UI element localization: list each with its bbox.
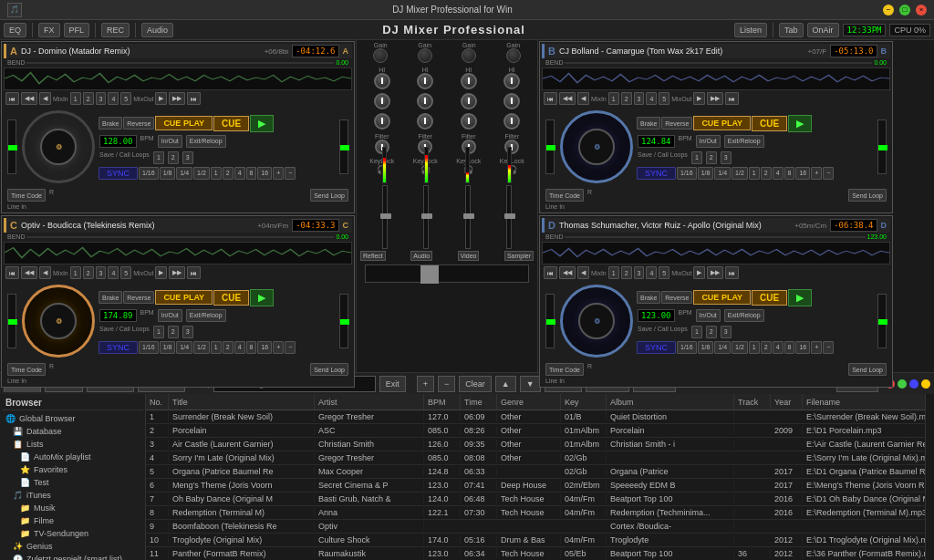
deck-b-prev[interactable]: ◀◀	[559, 92, 576, 105]
deck-a-play[interactable]: ▶	[250, 115, 274, 132]
deck-b-16[interactable]: 16	[795, 167, 810, 180]
deck-c-2[interactable]: 2	[83, 266, 94, 279]
deck-b-2[interactable]: 2	[621, 92, 632, 105]
deck-d-2[interactable]: 2	[761, 341, 772, 354]
table-row[interactable]: 9 Boomfaboon (Telekinesis Re Optiv Corte…	[146, 520, 925, 534]
deck-b-1[interactable]: 1	[749, 167, 760, 180]
table-row[interactable]: 2 Porcelain ASC 085.0 08:26 Other 01mAlb…	[146, 424, 925, 438]
deck-d-loop-plus[interactable]: +	[811, 341, 822, 354]
deck-c-1[interactable]: 1	[70, 266, 81, 279]
deck-c-send-loop[interactable]: Send Loop	[310, 363, 348, 376]
deck-d-loop-1[interactable]: 1	[691, 326, 702, 338]
deck-a-2[interactable]: 2	[83, 92, 94, 105]
exit-btn[interactable]: Exit	[379, 376, 406, 392]
gain-knob-a[interactable]	[373, 48, 388, 63]
header-year[interactable]: Year	[771, 394, 803, 410]
eq-button[interactable]: EQ	[4, 23, 26, 37]
rec-button[interactable]: REC	[101, 23, 130, 37]
deck-b-loop-2[interactable]: 2	[706, 151, 717, 164]
deck-a-prev[interactable]: ◀◀	[21, 92, 37, 105]
deck-d-send-loop[interactable]: Send Loop	[848, 363, 887, 376]
deck-d-in-out[interactable]: In/Out	[696, 309, 721, 322]
sidebar-item-favorites1[interactable]: ⭐ Favorites	[2, 463, 143, 476]
add-btn[interactable]: +	[417, 376, 434, 392]
fader-c[interactable]	[465, 185, 471, 249]
deck-a-2[interactable]: 2	[223, 167, 234, 180]
maximize-button[interactable]: □	[899, 5, 910, 16]
deck-c-4[interactable]: 4	[108, 266, 119, 279]
deck-d-prev[interactable]: ◀◀	[559, 266, 576, 279]
deck-c-1-16[interactable]: 1/16	[139, 341, 159, 354]
minimize-button[interactable]: −	[883, 5, 894, 16]
deck-b-in-out[interactable]: In/Out	[696, 135, 721, 148]
header-track[interactable]: Track	[734, 394, 771, 410]
fader-b[interactable]	[423, 185, 429, 249]
deck-b-8[interactable]: 8	[784, 167, 795, 180]
eq-mid-knob-a[interactable]	[374, 93, 390, 109]
deck-c-3[interactable]: 3	[96, 266, 107, 279]
deck-c-1-8[interactable]: 1/8	[160, 341, 176, 354]
sidebar-item-recently-played[interactable]: 🕐 Zuletzt gespielt (smart list)	[2, 553, 143, 560]
deck-b-1[interactable]: 1	[608, 92, 619, 105]
table-row[interactable]: 8 Redemption (Terminal M) Anna 122.1 07:…	[146, 506, 925, 520]
deck-a-skip-back[interactable]: ⏮	[5, 92, 19, 105]
video-btn[interactable]: Video	[458, 251, 480, 261]
deck-c-rew[interactable]: ◀	[39, 266, 51, 279]
eq-hi-knob-d[interactable]	[503, 73, 520, 89]
deck-c-1-4[interactable]: 1/4	[176, 341, 192, 354]
deck-a-platter[interactable]: ⚙	[22, 110, 95, 183]
deck-b-reverse[interactable]: Reverse	[661, 117, 692, 130]
table-row[interactable]: 3 Air Castle (Laurent Garnier) Christian…	[146, 438, 925, 451]
deck-a-1-2[interactable]: 1/2	[193, 167, 210, 180]
table-row[interactable]: 11 Panther (FormatB Remix) Raumakustik 1…	[146, 547, 925, 560]
deck-c-in-out[interactable]: In/Out	[158, 309, 182, 322]
deck-a-in-out[interactable]: In/Out	[158, 135, 182, 148]
deck-b-1-8[interactable]: 1/8	[698, 167, 714, 180]
eq-low-knob-a[interactable]	[374, 113, 390, 130]
fader-a[interactable]	[382, 185, 388, 249]
deck-c-ffw[interactable]: ▶▶	[169, 266, 185, 279]
table-row[interactable]: 7 Oh Baby Dance (Original M Basti Grub, …	[146, 493, 925, 506]
deck-d-1-16[interactable]: 1/16	[677, 341, 697, 354]
deck-c-prev[interactable]: ◀◀	[21, 266, 37, 279]
deck-d-loop-3[interactable]: 3	[721, 326, 732, 338]
deck-b-ffw[interactable]: ▶▶	[707, 92, 723, 105]
deck-d-1-8[interactable]: 1/8	[698, 341, 714, 354]
gain-knob-d[interactable]	[506, 48, 521, 63]
deck-a-rew[interactable]: ◀	[39, 92, 51, 105]
header-genre[interactable]: Genre	[497, 394, 561, 410]
deck-c-pitch-fader-right[interactable]	[339, 294, 348, 348]
deck-b-skip-fwd[interactable]: ⏭	[725, 92, 739, 105]
online-button[interactable]: OnAir	[807, 23, 839, 37]
deck-b-1-2[interactable]: 1/2	[732, 167, 748, 180]
audio-button-top[interactable]: Audio	[141, 23, 173, 37]
eq-hi-knob-b[interactable]	[417, 73, 433, 89]
remove-btn[interactable]: −	[438, 376, 455, 392]
header-title[interactable]: Title	[169, 394, 315, 410]
deck-b-3[interactable]: 3	[634, 92, 645, 105]
deck-a-loop-2[interactable]: 2	[168, 151, 179, 164]
pfl-button[interactable]: PFL	[64, 23, 90, 37]
table-row[interactable]: 4 Sorry I'm Late (Original Mix) Gregor T…	[146, 451, 925, 465]
eq-hi-knob-c[interactable]	[461, 73, 477, 89]
deck-a-4[interactable]: 4	[108, 92, 119, 105]
deck-b-loop-3[interactable]: 3	[721, 151, 732, 164]
clear-btn[interactable]: Clear	[459, 376, 492, 392]
deck-d-1[interactable]: 1	[608, 266, 619, 279]
deck-d-5[interactable]: 5	[659, 266, 669, 279]
header-key[interactable]: Key	[561, 394, 607, 410]
deck-c-8[interactable]: 8	[246, 341, 257, 354]
deck-c-4[interactable]: 4	[234, 341, 245, 354]
header-no[interactable]: No.	[146, 394, 169, 410]
deck-a-sync[interactable]: SYNC	[99, 167, 138, 180]
deck-d-ffw[interactable]: ▶▶	[707, 266, 723, 279]
reflect-btn[interactable]: Reflect	[360, 251, 386, 261]
tab-button[interactable]: Tab	[779, 23, 804, 37]
deck-d-1-4[interactable]: 1/4	[714, 341, 731, 354]
deck-c-sync[interactable]: SYNC	[99, 341, 138, 354]
deck-a-skip-fwd[interactable]: ⏭	[187, 92, 201, 105]
table-row[interactable]: 1 Surrender (Break New Soil) Gregor Tres…	[146, 410, 925, 424]
deck-b-sync[interactable]: SYNC	[637, 167, 676, 180]
deck-c-play[interactable]: ▶	[250, 289, 274, 306]
deck-a-loop-plus[interactable]: +	[273, 167, 284, 180]
